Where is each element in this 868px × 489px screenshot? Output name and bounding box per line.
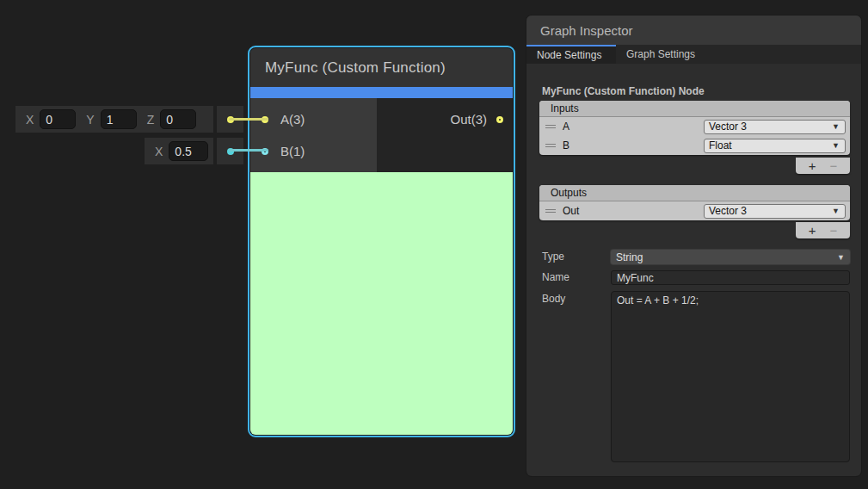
node-title: MyFunc (Custom Function) [250,48,513,87]
inputs-list-header: Inputs [539,101,850,117]
port-row-out: Out(3) [377,103,513,135]
outputs-list-footer: + − [796,222,850,238]
output-row-name: Out [563,205,579,217]
type-dropdown[interactable]: String ▼ [611,250,850,264]
remove-input-button[interactable]: − [830,159,838,172]
inspector-tabs: Node Settings Graph Settings [526,45,861,64]
vector3-z-field[interactable] [160,109,196,129]
input-row-name: B [563,139,569,152]
input-a-type-dropdown[interactable]: Vector 3 ▼ [704,120,846,134]
vector3-y-field[interactable] [101,109,137,129]
port-out-connector-icon[interactable] [496,116,503,123]
chevron-down-icon: ▼ [832,141,840,150]
body-label: Body [542,293,565,305]
add-input-button[interactable]: + [809,159,816,172]
list-item[interactable]: A Vector 3 ▼ [539,117,850,136]
name-field[interactable] [611,270,850,285]
inputs-list-footer: + − [796,158,850,174]
edge-vector3-to-a[interactable] [229,118,268,121]
axis-x-label: X [26,113,34,127]
port-a-label: A(3) [280,112,305,127]
tab-node-settings[interactable]: Node Settings [526,45,616,64]
edge-float-to-b[interactable] [229,149,268,152]
float-input-widget: X [145,138,213,164]
tab-graph-settings[interactable]: Graph Settings [616,45,707,64]
drag-handle-icon[interactable] [545,123,556,130]
dropdown-value: String [616,251,643,263]
float-x-field[interactable] [169,141,208,161]
chevron-down-icon: ▼ [832,122,840,131]
port-b-label: B(1) [280,144,305,158]
outputs-list: Outputs Out Vector 3 ▼ [539,185,850,220]
inputs-list: Inputs A Vector 3 ▼ B Float ▼ [539,101,850,155]
axis-z-label: Z [147,113,155,127]
type-label: Type [542,251,564,263]
node-input-ports: A(3) B(1) [250,98,377,172]
vector3-x-field[interactable] [40,109,76,129]
dropdown-value: Vector 3 [709,205,747,217]
drag-handle-icon[interactable] [545,207,556,214]
output-type-dropdown[interactable]: Vector 3 ▼ [704,204,846,219]
dropdown-value: Float [709,139,732,152]
inspector-heading: MyFunc (Custom Function) Node [542,85,705,97]
graph-inspector-panel: Graph Inspector Node Settings Graph Sett… [526,15,861,476]
inspector-title[interactable]: Graph Inspector [526,15,861,45]
input-row-name: A [563,121,569,133]
chevron-down-icon: ▼ [837,253,845,262]
name-label: Name [542,271,569,283]
list-item[interactable]: Out Vector 3 ▼ [539,201,850,220]
node-output-ports: Out(3) [377,98,513,172]
body-field[interactable] [611,291,850,462]
vector3-input-widget: X Y Z [15,106,213,133]
axis-y-label: Y [86,113,94,127]
port-row-a: A(3) [250,103,377,135]
axis-x-label: X [155,145,163,158]
input-b-type-dropdown[interactable]: Float ▼ [704,139,846,153]
add-output-button[interactable]: + [809,224,816,237]
list-item[interactable]: B Float ▼ [539,136,850,155]
node-preview [250,172,513,435]
port-out-label: Out(3) [450,112,487,127]
custom-function-node[interactable]: MyFunc (Custom Function) A(3) B(1) Out(3… [248,46,515,437]
port-row-b: B(1) [250,135,377,167]
outputs-list-header: Outputs [539,185,850,201]
chevron-down-icon: ▼ [832,207,840,215]
drag-handle-icon[interactable] [545,142,556,149]
dropdown-value: Vector 3 [709,121,747,133]
remove-output-button[interactable]: − [830,224,838,237]
node-accent-bar [250,87,513,98]
